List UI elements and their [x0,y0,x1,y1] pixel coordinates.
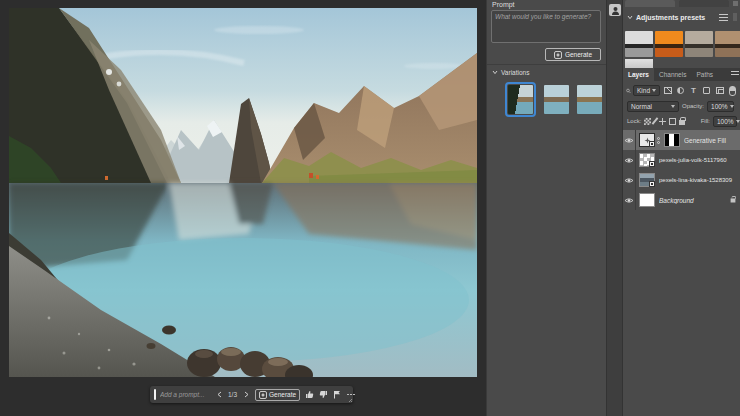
blend-mode-row: Normal Opacity: 100% [623,100,740,112]
panel-tab-cutoff-1[interactable] [625,0,675,7]
filter-smart-objects-icon[interactable] [714,85,725,96]
opacity-value-select[interactable]: 100% [707,101,734,112]
variation-thumbnail-2[interactable] [544,85,569,114]
generative-sparkle-icon [554,51,562,59]
adjustment-preset-4[interactable] [715,31,740,57]
fill-value-select[interactable]: 100% [713,116,737,127]
prompt-panel-title: Prompt [492,1,515,8]
blend-mode-value: Normal [631,103,652,110]
eye-icon [624,177,634,184]
filter-shape-layers-icon[interactable] [701,85,712,96]
layer-visibility-toggle[interactable] [623,190,636,210]
lock-label: Lock: [627,118,641,124]
panel-generate-button[interactable]: Generate [545,48,601,61]
previous-variation-button[interactable] [214,389,224,401]
layer-name[interactable]: Generative Fill [684,137,740,144]
eye-icon [624,137,634,144]
next-variation-button[interactable] [241,389,251,401]
opacity-value: 100% [711,103,728,110]
variations-label: Variations [501,69,529,76]
lock-row: Lock: Fill: 100% [623,115,740,127]
document-canvas-photo[interactable] [9,8,477,377]
adjustment-preset-5-partial[interactable] [625,59,653,68]
lock-paint-icon[interactable] [652,117,659,124]
contextual-task-bar: Add a prompt... 1/3 Generate [150,386,353,403]
tab-paths[interactable]: Paths [691,68,718,81]
filter-type-layers-icon[interactable]: T [688,85,699,96]
generative-sparkle-icon [259,391,267,399]
taskbar-prompt-field[interactable]: Add a prompt... [160,391,210,398]
lock-all-icon[interactable] [679,120,685,125]
thumbs-down-button[interactable] [318,389,328,401]
layer-row-background[interactable]: Background [623,190,740,210]
layer-name[interactable]: pexels-julia-volk-5117960 [659,157,740,163]
lock-position-icon[interactable] [659,118,666,125]
fill-label: Fill: [701,118,710,124]
adjustment-preset-1[interactable] [625,31,653,57]
variation-thumbnail-1[interactable] [508,85,533,114]
panel-collapse-icon[interactable] [733,1,738,6]
taskbar-resize-handle[interactable] [348,398,352,402]
taskbar-generate-button[interactable]: Generate [255,389,300,401]
layer-visibility-toggle[interactable] [623,170,636,190]
layer-thumbnail[interactable] [639,193,655,207]
filter-kind-select[interactable]: Kind [633,85,660,96]
opacity-label: Opacity: [682,103,704,109]
variations-header[interactable]: Variations [492,69,529,76]
layer-visibility-toggle[interactable] [623,150,636,170]
adjustments-presets-title: Adjustments presets [636,14,716,21]
variations-row [487,83,607,116]
adjustment-preset-2[interactable] [655,31,683,57]
caret-down-icon [652,89,656,92]
fill-value: 100% [717,118,734,125]
photoshop-workspace: Add a prompt... 1/3 Generate Prompt [0,0,740,416]
lock-artboard-icon[interactable] [669,118,676,125]
layer-mask-thumbnail[interactable] [664,133,680,147]
panel-tab-cutoff-2[interactable] [679,0,729,7]
prompt-panel: Prompt Generate Variations [486,0,606,416]
adjustments-presets-header[interactable]: Adjustments presets [623,10,740,24]
tab-layers[interactable]: Layers [623,68,654,81]
adjustment-preset-3[interactable] [685,31,713,57]
layer-row-generative-fill[interactable]: Generative Fill [623,130,740,150]
search-icon [626,87,631,95]
mask-link-icon[interactable] [656,137,661,144]
layer-row-pexels-lina-kivaka[interactable]: pexels-lina-kivaka-1528309 [623,170,740,190]
blend-mode-select[interactable]: Normal [627,101,679,112]
panel-divider [487,64,607,65]
smart-object-badge [649,181,655,187]
layer-name[interactable]: pexels-lina-kivaka-1528309 [659,177,740,183]
panel-menu-icon[interactable] [731,71,739,77]
caret-down-icon [736,120,740,123]
variation-thumbnail-3[interactable] [577,85,602,114]
right-panel-group: Adjustments presets Layers Channels Path… [622,0,740,416]
list-view-icon[interactable] [719,14,728,21]
layer-filter-row: Kind T [623,84,740,97]
panel-menu-icon[interactable] [733,13,737,21]
prompt-input[interactable] [491,10,601,43]
generative-layer-badge [649,141,655,147]
lock-transparency-icon[interactable] [644,118,651,125]
variation-pager: 1/3 [228,391,237,398]
layer-thumbnail[interactable] [639,153,655,167]
layer-thumbnail[interactable] [639,173,655,187]
layer-visibility-toggle[interactable] [623,130,636,150]
filter-toggle-icon[interactable] [727,85,738,96]
assistant-panel-icon[interactable] [609,4,621,16]
panel-generate-label: Generate [565,51,592,58]
layer-name[interactable]: Background [659,197,728,204]
layers-panel-tabs: Layers Channels Paths [623,68,740,81]
filter-adjustment-layers-icon[interactable] [675,85,686,96]
thumbs-up-button[interactable] [304,389,314,401]
tab-channels[interactable]: Channels [654,68,691,81]
eye-icon [624,157,634,164]
taskbar-drag-handle[interactable] [154,389,156,400]
filter-pixel-layers-icon[interactable] [662,85,673,96]
layer-row-pexels-julia-volk[interactable]: pexels-julia-volk-5117960 [623,150,740,170]
caret-down-icon [730,105,734,108]
report-flag-button[interactable] [332,389,342,401]
layer-thumbnail[interactable] [639,133,655,147]
background-lock-icon [731,198,736,202]
smart-object-badge [649,161,655,167]
eye-icon [624,197,634,204]
